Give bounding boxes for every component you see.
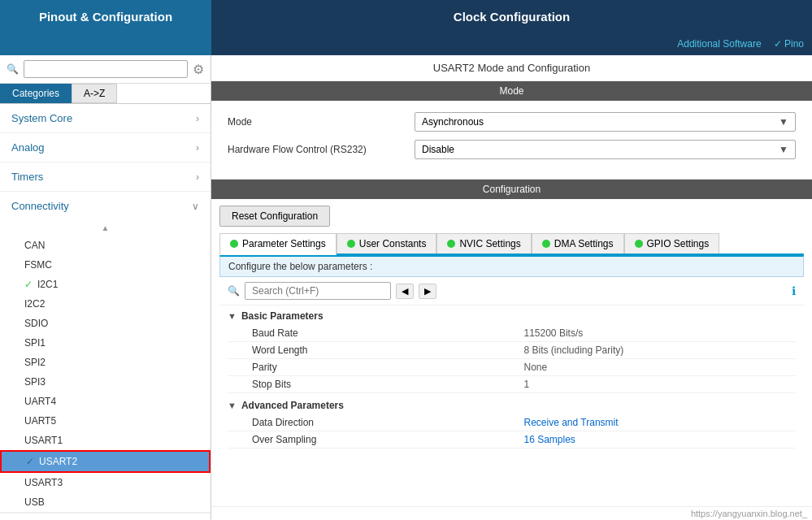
data-direction-value: Receive and Transmit <box>524 417 797 428</box>
check-icon-blue: ✓ <box>26 456 34 467</box>
config-body: Reset Configuration Parameter Settings U… <box>211 199 812 506</box>
usb-label: USB <box>24 496 45 508</box>
nvic-settings-label: NVIC Settings <box>459 238 520 249</box>
params-search-input[interactable] <box>245 282 391 300</box>
chevron-right-icon: › <box>196 113 199 124</box>
fsmc-label: FSMC <box>24 259 52 271</box>
hardware-flow-label: Hardware Flow Control (RS232) <box>228 144 406 155</box>
search-icon: 🔍 <box>228 285 240 297</box>
sidebar-item-usart1[interactable]: USART1 <box>0 431 211 450</box>
baud-rate-name: Baud Rate <box>252 327 524 339</box>
sidebar-item-sdio[interactable]: SDIO <box>0 314 211 333</box>
sidebar-item-analog[interactable]: Analog › <box>0 133 211 162</box>
tab-dot-icon <box>347 240 355 248</box>
param-row-stop-bits: Stop Bits 1 <box>228 376 796 393</box>
param-row-word-length: Word Length 8 Bits (including Parity) <box>228 342 796 359</box>
tab-dot-icon <box>635 240 643 248</box>
advanced-params-header[interactable]: ▼ Advanced Parameters <box>228 400 796 411</box>
word-length-value: 8 Bits (including Parity) <box>524 344 797 356</box>
tab-gpio-settings[interactable]: GPIO Settings <box>624 233 720 254</box>
sidebar-item-uart5[interactable]: UART5 <box>0 411 211 431</box>
sidebar-tabs: Categories A->Z <box>0 84 211 104</box>
sidebar-item-i2c2[interactable]: I2C2 <box>0 294 211 314</box>
timers-label: Timers <box>11 171 43 183</box>
config-tabs: Parameter Settings User Constants NVIC S… <box>219 233 804 255</box>
advanced-params-group: ▼ Advanced Parameters Data Direction Rec… <box>228 400 796 448</box>
chevron-right-icon: › <box>196 171 199 183</box>
basic-params-label: Basic Parameters <box>241 310 323 322</box>
sidebar-item-multimedia[interactable]: Multimedia › <box>0 514 211 520</box>
hardware-flow-select[interactable]: Disable ▼ <box>415 140 796 159</box>
reset-config-button[interactable]: Reset Configuration <box>219 206 330 227</box>
mode-section-header: Mode <box>211 81 812 101</box>
tab-az[interactable]: A->Z <box>72 84 117 103</box>
param-row-data-direction: Data Direction Receive and Transmit <box>228 414 796 431</box>
sidebar-item-spi1[interactable]: SPI1 <box>0 333 211 353</box>
usart3-label: USART3 <box>24 477 63 488</box>
sidebar-item-can[interactable]: CAN <box>0 236 211 255</box>
tab-dma-settings[interactable]: DMA Settings <box>532 233 624 254</box>
tab-dot-icon <box>447 240 455 248</box>
i2c1-label: I2C1 <box>37 279 58 290</box>
mode-row: Mode Asynchronous ▼ <box>228 112 796 132</box>
tab-user-constants[interactable]: User Constants <box>337 233 437 254</box>
chevron-right-icon: › <box>196 142 199 154</box>
check-icon: ✓ <box>24 279 33 290</box>
usart1-label: USART1 <box>24 435 63 446</box>
sidebar-item-usart3[interactable]: USART3 <box>0 473 211 492</box>
scroll-up-indicator[interactable]: ▲ <box>0 220 211 236</box>
sidebar-item-spi3[interactable]: SPI3 <box>0 372 211 392</box>
tab-parameter-settings[interactable]: Parameter Settings <box>219 233 337 255</box>
i2c2-label: I2C2 <box>24 298 45 310</box>
sidebar-content: System Core › Analog › Timers › <box>0 104 211 520</box>
sidebar-item-i2c1[interactable]: ✓I2C1 <box>0 275 211 294</box>
param-row-baud-rate: Baud Rate 115200 Bits/s <box>228 325 796 342</box>
over-sampling-name: Over Sampling <box>252 434 524 445</box>
watermark: https://yangyuanxin.blog.net_ <box>211 506 812 520</box>
hardware-flow-row: Hardware Flow Control (RS232) Disable ▼ <box>228 140 796 159</box>
sidebar-item-usb[interactable]: USB <box>0 492 211 512</box>
sidebar: 🔍 ⚙ Categories A->Z System Core › Analog… <box>0 55 211 520</box>
sidebar-item-fsmc[interactable]: FSMC <box>0 255 211 275</box>
gear-icon[interactable]: ⚙ <box>193 62 204 77</box>
group-multimedia: Multimedia › <box>0 513 211 520</box>
tab-categories[interactable]: Categories <box>0 84 72 103</box>
connectivity-subitems: ▲ CAN FSMC ✓I2C1 I2C2 SDIO SPI1 SPI2 SPI… <box>0 220 211 512</box>
basic-params-group: ▼ Basic Parameters Baud Rate 115200 Bits… <box>228 310 796 393</box>
mode-select-value: Asynchronous <box>422 116 484 128</box>
info-icon[interactable]: ℹ <box>792 284 796 297</box>
pino-link[interactable]: ✓ Pino <box>774 38 804 50</box>
param-row-over-sampling: Over Sampling 16 Samples <box>228 431 796 448</box>
additional-software-link[interactable]: Additional Software <box>677 38 761 50</box>
group-analog: Analog › <box>0 133 211 162</box>
mode-label: Mode <box>228 116 406 128</box>
sidebar-item-usart2[interactable]: ✓USART2 <box>0 450 211 473</box>
basic-params-header[interactable]: ▼ Basic Parameters <box>228 310 796 322</box>
spi1-label: SPI1 <box>24 337 46 349</box>
uart5-label: UART5 <box>24 415 56 427</box>
sidebar-item-system-core[interactable]: System Core › <box>0 104 211 132</box>
sidebar-item-spi2[interactable]: SPI2 <box>0 353 211 372</box>
spi2-label: SPI2 <box>24 357 46 368</box>
params-prev-button[interactable]: ◀ <box>396 284 414 299</box>
dma-settings-label: DMA Settings <box>554 238 614 249</box>
tab-dot-icon <box>230 240 238 248</box>
parity-value: None <box>524 362 797 373</box>
sidebar-item-uart4[interactable]: UART4 <box>0 392 211 411</box>
user-constants-label: User Constants <box>359 238 427 249</box>
baud-rate-value: 115200 Bits/s <box>524 327 797 339</box>
sidebar-item-connectivity[interactable]: Connectivity ∨ <box>0 192 211 220</box>
hardware-flow-arrow-icon: ▼ <box>779 144 788 155</box>
sidebar-item-timers[interactable]: Timers › <box>0 162 211 191</box>
params-header: Configure the below parameters : <box>219 255 804 277</box>
chevron-down-icon: ∨ <box>192 201 199 212</box>
mode-select[interactable]: Asynchronous ▼ <box>415 112 796 132</box>
search-input[interactable] <box>24 60 188 78</box>
mode-select-arrow-icon: ▼ <box>779 116 788 128</box>
sub-header-left <box>0 32 211 55</box>
usart2-label: USART2 <box>39 456 77 467</box>
params-next-button[interactable]: ▶ <box>419 284 436 299</box>
tab-nvic-settings[interactable]: NVIC Settings <box>436 233 531 254</box>
group-timers: Timers › <box>0 162 211 192</box>
sdio-label: SDIO <box>24 318 48 329</box>
